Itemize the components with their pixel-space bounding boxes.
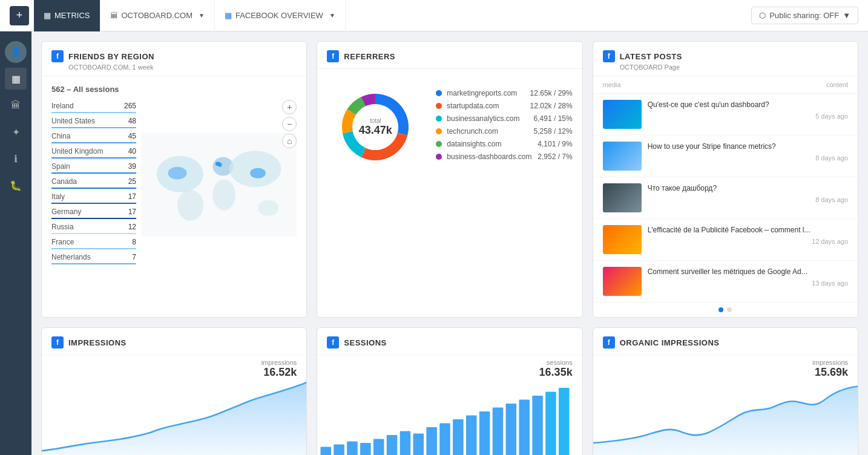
post-content-area: Qu'est-ce que c'est qu'un dashboard? 5 d… [648, 100, 848, 120]
fb-icon-impressions: f [51, 336, 64, 349]
sidebar-item-building[interactable]: 🏛 [5, 94, 27, 116]
add-button[interactable]: + [10, 6, 29, 25]
impressions-chart [42, 380, 306, 455]
post-date: 8 days ago [648, 196, 848, 203]
referrer-dot [436, 141, 442, 147]
sidebar-item-star[interactable]: ✦ [5, 121, 27, 143]
fb-icon-sessions: f [327, 336, 339, 349]
zoom-reset-button[interactable]: ⌂ [282, 134, 297, 148]
fb-icon-organic: f [603, 336, 615, 349]
post-content-area: L'efficacité de la Publicité Facebook – … [648, 225, 848, 245]
impressions-title: IMPRESSIONS [68, 338, 127, 347]
referrers-body: total 43.47k marketingreports.com 12.65k… [317, 69, 582, 185]
referrer-item: business-dashboards.com 2,952 / 7% [436, 152, 572, 161]
svg-rect-17 [400, 431, 410, 456]
latest-posts-subtitle: OCTOBOARD Page [620, 64, 848, 71]
referrer-name: businessanalytics.com [447, 114, 528, 123]
octoboard-tab[interactable]: 🏛 OCTOBOARD.COM ▼ [100, 0, 215, 31]
svg-point-9 [250, 168, 266, 178]
region-row: Canada25 [51, 175, 136, 189]
svg-point-6 [258, 200, 278, 216]
post-dot-2[interactable] [727, 307, 732, 312]
referrer-dot [436, 128, 442, 134]
post-title: Comment surveiller les métriques de Goog… [648, 267, 848, 277]
latest-posts-header: f LATEST POSTS OCTOBOARD Page [593, 42, 858, 76]
referrer-name: datainsights.com [447, 140, 533, 148]
referrers-card: f REFERRERS total 43.47k [317, 41, 582, 318]
region-row: France8 [51, 236, 136, 249]
facebook-tab[interactable]: ▦ FACEBOOK OVERVIEW ▼ [215, 0, 346, 31]
svg-rect-14 [360, 443, 370, 455]
svg-rect-20 [440, 424, 450, 456]
post-title: Qu'est-ce que c'est qu'un dashboard? [648, 100, 848, 110]
svg-point-10 [218, 163, 222, 167]
sidebar-item-bug[interactable]: 🐛 [5, 174, 27, 196]
region-row: Russia12 [51, 221, 136, 234]
post-thumbnail [603, 183, 642, 212]
sessions-header: f SESSIONS [317, 328, 582, 355]
impressions-card: f IMPRESSIONS impressions 16.52k [41, 327, 307, 455]
referrer-dot [436, 90, 442, 96]
facebook-nav-icon: ▦ [225, 11, 232, 20]
sidebar-avatar[interactable]: 👤 [5, 41, 27, 63]
post-title: Что такое дашборд? [648, 183, 848, 194]
impressions-value: 16.52k [261, 366, 297, 379]
svg-rect-15 [373, 439, 384, 456]
referrer-stats: 12.65k / 29% [530, 89, 573, 97]
friends-by-region-card: f FRIENDS BY REGION OCTOBOARD.COM, 1 wee… [41, 41, 307, 318]
referrer-stats: 4,101 / 9% [538, 140, 572, 148]
svg-rect-12 [334, 445, 344, 455]
post-item: Qu'est-ce que c'est qu'un dashboard? 5 d… [593, 94, 858, 136]
zoom-out-button[interactable]: − [282, 117, 297, 131]
post-thumbnail [603, 267, 642, 296]
impressions-metric-label: impressions [261, 359, 297, 366]
post-dot-1[interactable] [718, 307, 723, 312]
region-row: United Kingdom40 [51, 145, 136, 159]
sessions-title: SESSIONS [344, 338, 386, 347]
building-icon: 🏛 [110, 11, 118, 20]
friends-region-header: f FRIENDS BY REGION OCTOBOARD.COM, 1 wee… [42, 42, 306, 76]
fb-icon-region: f [51, 50, 64, 62]
referrer-item: businessanalytics.com 6,491 / 15% [436, 114, 572, 123]
sessions-value: 16.35k [539, 366, 573, 379]
region-total-value: 562 [51, 85, 65, 94]
region-row: Netherlands7 [51, 251, 136, 264]
post-content-area: Что такое дашборд? 8 days ago [648, 183, 848, 203]
post-title: How to use your Stripe finance metrics? [648, 142, 848, 152]
post-date: 12 days ago [648, 238, 848, 245]
metrics-tab[interactable]: ▦ METRICS [34, 0, 100, 31]
organic-chart [593, 380, 858, 455]
region-row: United States48 [51, 115, 136, 128]
svg-rect-29 [559, 388, 569, 455]
referrer-name: techcrunch.com [447, 127, 528, 136]
share-caret-icon: ▼ [843, 11, 850, 20]
share-button[interactable]: ⬡ Public sharing: OFF ▼ [751, 7, 858, 24]
svg-rect-28 [546, 392, 556, 456]
referrer-name: startupdata.com [447, 102, 525, 110]
latest-posts-card: f LATEST POSTS OCTOBOARD Page media cont… [593, 41, 858, 318]
organic-metric-row: impressions 15.69k [593, 355, 858, 380]
posts-list: Qu'est-ce que c'est qu'un dashboard? 5 d… [593, 94, 858, 303]
post-item: Что такое дашборд? 8 days ago [593, 177, 858, 219]
post-item: L'efficacité de la Publicité Facebook – … [593, 219, 858, 261]
region-row: Spain39 [51, 160, 136, 174]
referrer-dot [436, 154, 442, 160]
sidebar-item-dashboard[interactable]: ▦ [5, 68, 27, 90]
caret-icon-fb: ▼ [329, 12, 335, 19]
sessions-metric-label: sessions [539, 359, 573, 366]
post-date: 8 days ago [648, 154, 848, 162]
main-content: f FRIENDS BY REGION OCTOBOARD.COM, 1 wee… [31, 31, 868, 455]
post-date: 13 days ago [648, 280, 848, 287]
donut-value: 43.47k [359, 124, 392, 137]
referrer-stats: 5,258 / 12% [534, 127, 573, 136]
svg-point-2 [177, 190, 203, 221]
sidebar: 👤 ▦ 🏛 ✦ ℹ 🐛 [0, 31, 31, 455]
referrer-item: startupdata.com 12.02k / 28% [436, 102, 572, 110]
region-total-label: – All sessions [67, 85, 119, 94]
sidebar-item-info[interactable]: ℹ [5, 148, 27, 169]
zoom-in-button[interactable]: + [282, 100, 297, 114]
caret-icon: ▼ [199, 12, 205, 19]
octoboard-label: OCTOBOARD.COM [122, 11, 193, 20]
post-pagination [593, 303, 858, 317]
region-row: Ireland265 [51, 100, 136, 113]
